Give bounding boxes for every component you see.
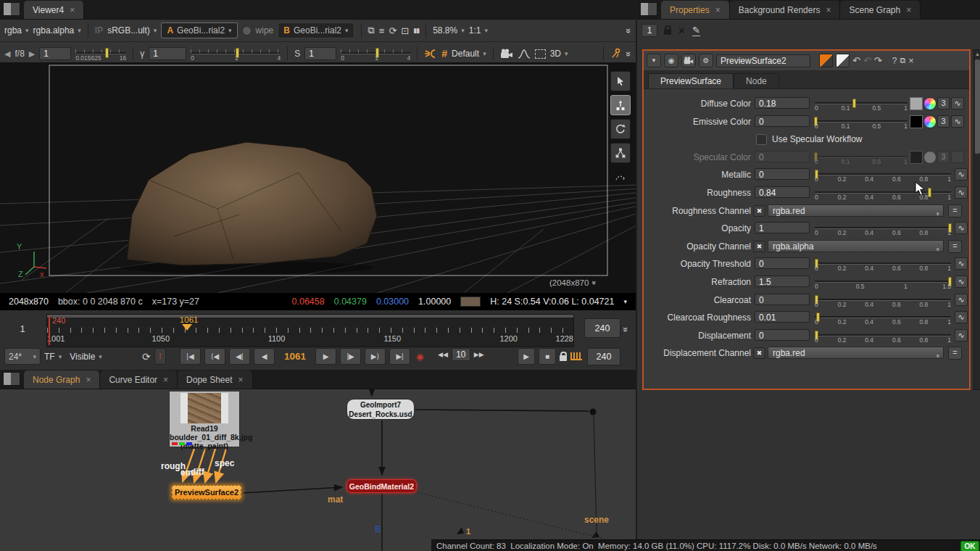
camera-icon[interactable] [500,49,513,59]
rotate-tool-button[interactable] [610,119,631,139]
param-slider[interactable]: 00.10.51 [815,151,908,165]
node-geoimport7[interactable]: GeoImport7 Desert_Rocks.usd [346,399,415,420]
roi-icon[interactable]: ⊡ [401,25,409,36]
gain-next-icon[interactable]: ▶ [29,49,35,59]
channel-select[interactable]: rgba.red▾ [768,204,944,217]
select-tool-button[interactable] [610,71,631,91]
param-slider[interactable]: 00.20.40.60.81 [815,168,951,182]
prev-keyframe-button[interactable]: ⟨◀ [204,348,225,365]
range-in-marker[interactable] [49,316,50,345]
playhead-marker-icon[interactable] [182,324,192,331]
goto-start-button[interactable]: |◀ [180,348,201,365]
node-name-field[interactable]: PreviewSurface2 [716,54,810,67]
curve-button[interactable]: ∿ [955,276,968,288]
increment-step-icon[interactable]: ▶▶ [474,351,484,358]
node-graph-canvas[interactable]: Read19 boulder_01_diff_8k.jpg (matte_pai… [0,389,636,551]
gain-prev-icon[interactable]: ◀ [4,49,10,59]
edit-icon[interactable]: ✎ [692,25,700,36]
view-transform-select[interactable]: Default▾ [452,49,486,59]
use-specular-workflow-checkbox[interactable] [756,134,767,145]
play-in-viewer-button[interactable]: ▶ [518,348,535,365]
input-b-select[interactable]: B GeoBi...rial2 ▾ [278,22,354,38]
param-value-field[interactable]: 0 [755,257,810,269]
scale-tool-button[interactable] [610,143,631,163]
param-value-field[interactable]: 0.84 [755,186,810,198]
tab-curve-editor[interactable]: Curve Editor × [100,370,178,389]
color-swatch[interactable] [910,115,923,128]
scrollbar-thumb[interactable] [975,59,980,154]
undo-icon[interactable]: ↶ [852,55,860,66]
curve-button[interactable]: ∿ [955,311,968,323]
wireframe-grid-icon[interactable]: # [441,48,447,59]
wipe-select[interactable]: wipe [256,25,274,36]
param-value-field[interactable]: 0.18 [755,97,810,109]
param-slider[interactable]: 00.20.40.60.81 [815,257,951,271]
curve-button[interactable]: ∿ [951,97,964,109]
tab-node[interactable]: Node [734,73,779,88]
current-frame-field[interactable]: 1061 [284,351,306,362]
clear-channel-button[interactable]: ✖ [753,205,765,217]
monitor-out-icon[interactable]: ⧉ [368,25,375,36]
proxy-select[interactable]: 1:1▾ [469,25,488,36]
param-slider[interactable]: 00.10.51 [815,97,908,111]
view-mode-select[interactable]: 3D▾ [550,49,568,59]
lock-range-icon[interactable] [560,355,567,361]
frame-warning-button[interactable]: ! [154,348,166,365]
pane-menu-icon[interactable] [3,2,20,16]
pane-menu-icon[interactable] [640,2,657,16]
param-value-field[interactable]: 0 [755,294,810,305]
close-icon[interactable]: × [238,376,244,384]
tab-scene-graph[interactable]: Scene Graph × [840,1,921,19]
clear-channel-button[interactable]: ✖ [753,241,765,252]
close-icon[interactable]: × [715,6,721,14]
gamma-slider[interactable]: 0 1 4 [191,46,281,62]
close-all-panels-icon[interactable]: ✕ [678,25,686,36]
equals-button[interactable]: = [948,347,962,360]
float-panel-icon[interactable]: ⧉ [900,56,905,65]
saturation-field[interactable]: 1 [304,47,336,60]
input-process-button[interactable]: IP [95,25,103,36]
close-icon[interactable]: × [906,6,911,14]
channel-count-button[interactable]: 3 [937,115,950,128]
gain-slider[interactable]: 0.015625 16 [75,46,126,62]
param-slider[interactable]: 00.511.5 [815,276,951,289]
equals-button[interactable]: = [948,240,962,253]
curve-button[interactable]: ∿ [955,294,968,306]
gain-field[interactable]: 1 [39,47,71,60]
param-slider[interactable]: 00.20.40.60.81 [815,311,951,325]
range-filter-select[interactable]: Visible▾ [70,352,102,362]
frame-step-field[interactable]: 10 [452,348,470,361]
gain-lamp-icon[interactable] [424,48,437,59]
curve-button[interactable]: ∿ [951,115,964,128]
viewer-viewport[interactable]: Y Z x (2048x870 » [0,62,636,293]
range-end-field2[interactable]: 240 [587,348,620,365]
flipbook-record-icon[interactable]: ◉ [416,352,423,362]
curve-button[interactable] [951,151,964,163]
gate-display-icon[interactable] [535,49,546,59]
transform-handles-button[interactable] [610,167,631,187]
loop-mode-icon[interactable]: ⟳ [142,351,151,362]
curve-button[interactable]: ∿ [955,186,968,199]
saturation-slider[interactable]: 0 1 4 [341,46,410,62]
lut-curve-icon[interactable] [518,49,531,59]
channel-select[interactable]: rgba.alpha▾ [768,240,944,252]
scanline-icon[interactable]: ≡ [379,25,385,36]
scroll-up-icon[interactable]: ▲ [975,51,980,57]
param-slider[interactable]: 00.10.51 [815,115,908,129]
panel-scrollbar[interactable]: ▲ [973,49,980,390]
caret-down-icon[interactable]: ▾ [623,298,627,305]
color-wheel-icon[interactable] [923,115,937,128]
slider-handle[interactable] [852,99,856,108]
play-backward-button[interactable]: ◀ [254,348,275,365]
param-value-field[interactable]: 1 [755,222,810,233]
collapse-toolbar-icon[interactable]: » [624,28,634,33]
chevron-down-icon[interactable]: » [590,281,597,285]
decrement-step-icon[interactable]: ◀◀ [438,351,448,358]
color-swatch[interactable] [910,151,923,164]
slider-handle[interactable] [928,188,931,197]
step-forward-button[interactable]: |▶ [340,348,361,365]
lock-panels-icon[interactable] [664,29,671,35]
center-in-dag-button[interactable]: ◉ [664,54,678,67]
param-value-field[interactable]: 0.01 [755,311,810,323]
range-end-field[interactable]: 240 [584,318,620,338]
